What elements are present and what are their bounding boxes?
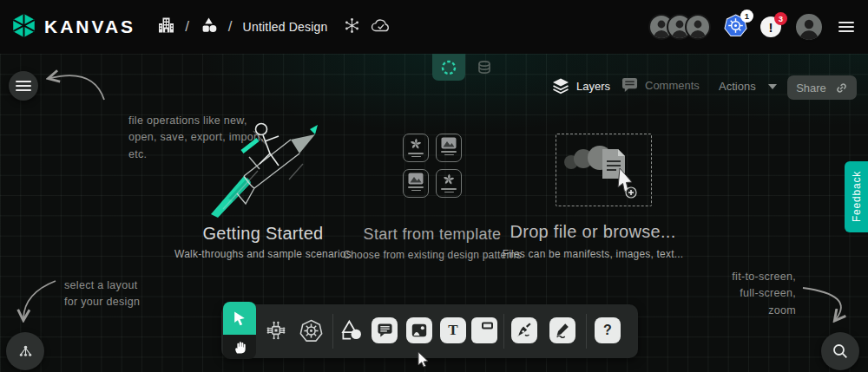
text-tool-button[interactable]: T bbox=[440, 317, 466, 343]
zoom-hint: fit-to-screen, full-screen, zoom bbox=[622, 269, 796, 319]
chevron-down-icon bbox=[768, 84, 777, 89]
link-icon bbox=[835, 82, 848, 95]
hand-icon bbox=[233, 339, 247, 356]
template-tile[interactable] bbox=[436, 134, 462, 162]
environment-icon[interactable] bbox=[344, 17, 360, 37]
profile-avatar[interactable] bbox=[794, 12, 824, 42]
cloud-saved-icon[interactable] bbox=[371, 18, 391, 36]
shape-node-tool-button[interactable] bbox=[471, 317, 497, 343]
getting-started-title[interactable]: Getting Started bbox=[176, 224, 350, 244]
avatar bbox=[685, 14, 711, 40]
cluster-count-badge: 1 bbox=[740, 10, 753, 23]
header-actions: 1 ! 3 bbox=[648, 12, 856, 42]
breadcrumb-separator: / bbox=[228, 18, 233, 36]
feedback-tab[interactable]: Feedback bbox=[845, 161, 868, 232]
breadcrumb: / / Untitled Design bbox=[158, 16, 391, 38]
visualize-mode-toggle[interactable] bbox=[470, 54, 499, 81]
shapes-icon bbox=[339, 317, 364, 343]
comment-icon bbox=[621, 77, 638, 93]
notifications[interactable]: ! 3 bbox=[760, 16, 781, 37]
comments-button[interactable]: Comments bbox=[621, 77, 700, 93]
share-label: Share bbox=[796, 82, 826, 95]
rectangle-node-icon bbox=[475, 322, 494, 339]
layers-label: Layers bbox=[576, 80, 610, 93]
kanvas-app: KANVAS bbox=[0, 0, 868, 372]
image-tool-button[interactable] bbox=[406, 317, 432, 343]
organization-icon[interactable] bbox=[158, 16, 174, 38]
layout-tree-icon bbox=[17, 343, 34, 359]
template-tile[interactable] bbox=[403, 134, 429, 162]
design-canvas[interactable]: file operations like new, open, save, ex… bbox=[0, 54, 868, 372]
comment-tool-icon bbox=[377, 323, 393, 338]
actions-label: Actions bbox=[719, 80, 756, 93]
actions-dropdown[interactable]: Actions bbox=[719, 80, 777, 93]
pan-tool-button[interactable] bbox=[223, 335, 256, 359]
pen-tool-button[interactable] bbox=[511, 317, 537, 343]
template-tile[interactable] bbox=[403, 169, 429, 198]
file-menu-button[interactable] bbox=[9, 71, 38, 101]
shapes-tool-button[interactable] bbox=[339, 318, 364, 343]
select-tool-button[interactable] bbox=[223, 302, 256, 335]
breadcrumb-separator: / bbox=[185, 18, 189, 36]
design-mode-toggle[interactable] bbox=[432, 54, 465, 81]
pen-icon bbox=[516, 322, 533, 339]
collaborator-avatars[interactable] bbox=[648, 14, 711, 40]
layout-select-button[interactable] bbox=[6, 332, 44, 370]
file-dropzone[interactable] bbox=[556, 134, 652, 206]
layout-hint: select a layout for your design bbox=[64, 277, 140, 311]
alert-count-badge: 3 bbox=[774, 12, 787, 25]
getting-started-illustration[interactable] bbox=[206, 119, 323, 223]
pointer-tool-group bbox=[223, 302, 256, 359]
dropzone-title[interactable]: Drop file or browse... bbox=[497, 222, 688, 242]
comment-tool-button[interactable] bbox=[372, 317, 398, 343]
template-grid[interactable] bbox=[403, 134, 462, 198]
layers-button[interactable]: Layers bbox=[552, 77, 610, 95]
header-menu-icon[interactable] bbox=[837, 18, 856, 36]
magnifier-icon bbox=[832, 343, 849, 360]
menu-icon bbox=[14, 77, 33, 95]
kanvas-logo-icon bbox=[12, 13, 36, 42]
text-tool-glyph: T bbox=[448, 322, 457, 339]
share-button[interactable]: Share bbox=[787, 75, 857, 100]
dropzone-subtitle: Files can be manifests, images, text... bbox=[489, 248, 697, 260]
pencil-icon bbox=[554, 322, 571, 339]
document-title[interactable]: Untitled Design bbox=[243, 20, 328, 34]
design-icon[interactable] bbox=[200, 17, 218, 37]
node-circuit-icon bbox=[265, 319, 287, 342]
template-tile[interactable] bbox=[436, 169, 462, 198]
brand[interactable]: KANVAS bbox=[12, 13, 135, 42]
layers-icon bbox=[552, 77, 569, 95]
cursor-arrow-icon bbox=[231, 310, 248, 327]
image-icon bbox=[411, 323, 427, 337]
cluster-status[interactable]: 1 bbox=[724, 14, 747, 41]
freehand-draw-button[interactable] bbox=[549, 317, 575, 343]
kubernetes-tool-button[interactable] bbox=[299, 318, 323, 343]
kubernetes-wheel-icon bbox=[299, 319, 323, 343]
help-button[interactable]: ? bbox=[595, 317, 621, 343]
comments-label: Comments bbox=[645, 79, 700, 92]
help-glyph: ? bbox=[603, 323, 612, 338]
zoom-controls-button[interactable] bbox=[821, 332, 859, 370]
feedback-label: Feedback bbox=[851, 171, 863, 222]
header-bar: KANVAS bbox=[0, 0, 868, 54]
brand-name: KANVAS bbox=[44, 16, 135, 37]
component-tool-button[interactable] bbox=[264, 318, 288, 343]
template-title[interactable]: Start from template bbox=[345, 225, 519, 244]
